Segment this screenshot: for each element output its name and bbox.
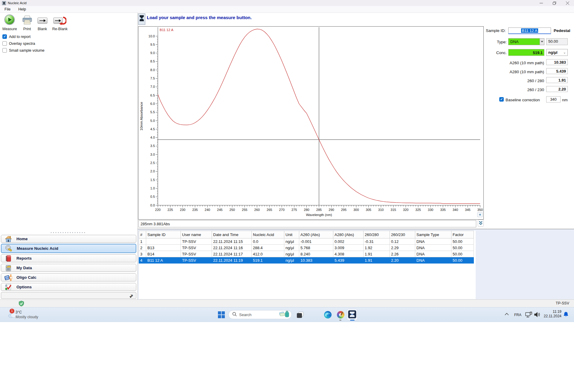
left-panel: Measure Print Blank Re-Blank bbox=[0, 13, 138, 299]
weather-widget[interactable]: 1 3°C Mostly cloudy bbox=[4, 308, 48, 322]
search-highlight-icon bbox=[279, 310, 290, 319]
table-cell: 22.11.2024 11:16 bbox=[212, 245, 252, 251]
results-panel: Sample ID: B11 12 A Pedestal Type: DNA 5… bbox=[484, 26, 574, 125]
sidebar-item-reports[interactable]: Reports bbox=[1, 254, 136, 262]
svg-text:320: 320 bbox=[403, 208, 408, 212]
search-icon bbox=[232, 312, 237, 318]
search-box[interactable]: Search bbox=[228, 310, 292, 319]
table-cell: 3.009 bbox=[333, 245, 364, 251]
column-header[interactable]: Sample Type bbox=[415, 231, 451, 238]
tray-chevron-up-icon[interactable] bbox=[505, 313, 509, 316]
table-expand-button[interactable] bbox=[478, 220, 484, 227]
notification-bell-icon[interactable] bbox=[563, 312, 569, 318]
baseline-wavelength-field[interactable]: 340 bbox=[546, 96, 561, 102]
spectrum-svg[interactable]: 2202252302352402452502552602652702752802… bbox=[138, 27, 483, 219]
spectrum-chart-box: 2202252302352402452502552602652702752802… bbox=[138, 26, 484, 220]
blank-button[interactable]: Blank bbox=[37, 16, 48, 31]
column-header[interactable]: # bbox=[139, 231, 146, 238]
svg-text:7.0: 7.0 bbox=[150, 85, 155, 88]
close-button[interactable] bbox=[561, 0, 574, 6]
task-view-icon[interactable] bbox=[297, 312, 304, 318]
overlay-spectra-checkbox[interactable] bbox=[2, 41, 7, 46]
table-cell: DNA bbox=[415, 238, 451, 245]
menu-file[interactable]: File bbox=[4, 7, 10, 11]
table-client: #Sample IDUser nameDate and TimeNucleic … bbox=[139, 231, 476, 299]
table-cell: TP-SSV bbox=[181, 251, 212, 257]
start-button[interactable] bbox=[218, 311, 225, 318]
svg-text:6.5: 6.5 bbox=[150, 94, 155, 97]
type-value: DNA bbox=[509, 39, 518, 44]
table-cell: B13 bbox=[146, 245, 181, 251]
table-cell: 4 bbox=[139, 257, 146, 264]
sidebar-item-measure-nucleic-acid[interactable]: Measure Nucleic Acid bbox=[1, 244, 136, 253]
small-sample-volume-label: Small sample volume bbox=[9, 48, 45, 53]
column-header[interactable]: 260/230 bbox=[390, 231, 415, 238]
column-header[interactable]: 260/280 bbox=[364, 231, 390, 238]
sidebar-item-home[interactable]: Home bbox=[1, 235, 136, 243]
app-window-icon bbox=[2, 1, 6, 5]
column-header[interactable]: User name bbox=[181, 231, 212, 238]
conc-unit-dropdown[interactable]: ng/µl ⌄ bbox=[546, 49, 568, 56]
series-label: B11 12 A bbox=[160, 28, 173, 32]
column-header[interactable]: Sample ID bbox=[146, 231, 181, 238]
factor-field[interactable]: 50.00 bbox=[546, 38, 568, 45]
svg-text:3.5: 3.5 bbox=[150, 144, 155, 148]
small-sample-volume-checkbox[interactable] bbox=[2, 48, 7, 53]
column-header[interactable]: A260 (Abs) bbox=[299, 231, 333, 238]
table-cell: 1.91 bbox=[364, 251, 390, 257]
table-row[interactable]: 3B14TP-SSV22.11.2024 11:17412.0ng/µl8.24… bbox=[139, 251, 474, 257]
column-header[interactable]: Factor bbox=[451, 231, 474, 238]
sidebar-item-my-data[interactable]: My Data bbox=[1, 264, 136, 272]
measure-button[interactable]: Measure bbox=[2, 14, 17, 31]
edge-browser-icon[interactable] bbox=[324, 311, 332, 319]
table-row[interactable]: 4B11 12 ATP-SSV22.11.2024 11:19519.1ng/µ… bbox=[139, 257, 474, 264]
baseline-correction-checkbox[interactable]: ✓ bbox=[499, 97, 504, 102]
table-cell: B11 12 A bbox=[146, 257, 181, 264]
table-row[interactable]: 1TP-SSV22.11.2024 11:150.0ng/µl-0.0010.0… bbox=[139, 238, 474, 245]
a260-label: A260 (10 mm path) bbox=[502, 61, 544, 65]
svg-text:8.0: 8.0 bbox=[150, 68, 155, 72]
overlay-spectra-row[interactable]: Overlay spectra bbox=[2, 40, 45, 47]
measurement-table: #Sample IDUser nameDate and TimeNucleic … bbox=[139, 231, 474, 264]
sidebar-item-options[interactable]: Options bbox=[1, 283, 136, 291]
conc-unit-value: ng/µl bbox=[546, 50, 558, 55]
small-sample-volume-row[interactable]: Small sample volume bbox=[2, 47, 45, 54]
chart-collapse-button[interactable]: « bbox=[477, 212, 483, 217]
column-header[interactable]: Unit bbox=[284, 231, 299, 238]
sample-id-input[interactable]: B11 12 A bbox=[508, 27, 551, 34]
table-row[interactable]: 2B13TP-SSV22.11.2024 11:16288.4ng/µl5.76… bbox=[139, 245, 474, 251]
network-icon[interactable] bbox=[525, 312, 533, 318]
minimize-button[interactable] bbox=[535, 0, 548, 6]
shield-check-icon bbox=[19, 301, 24, 308]
add-to-report-row[interactable]: ✓ Add to report bbox=[2, 33, 45, 40]
sidebar-collapse-button[interactable]: » bbox=[1, 292, 136, 299]
svg-text:325: 325 bbox=[416, 208, 421, 212]
menu-help[interactable]: Help bbox=[18, 7, 26, 11]
window-title: Nucleic Acid bbox=[8, 1, 27, 5]
sidebar-item-label: Reports bbox=[16, 256, 32, 261]
sidebar-item-oligo-calc[interactable]: Oligo Calc bbox=[1, 273, 136, 281]
nucleic-acid-app-icon[interactable] bbox=[348, 310, 356, 318]
column-header[interactable]: Nucleic Acid bbox=[252, 231, 284, 238]
column-header[interactable]: A280 (Abs) bbox=[333, 231, 364, 238]
column-header[interactable]: Date and Time bbox=[212, 231, 252, 238]
svg-text:235: 235 bbox=[192, 208, 198, 212]
ratio-260-280-value: 1.91 bbox=[546, 77, 568, 83]
print-button[interactable]: Print bbox=[22, 15, 33, 31]
conc-value: 519.1 bbox=[508, 49, 544, 56]
desktop-screen: Nucleic Acid File Help Measure Print bbox=[0, 0, 574, 392]
type-dropdown[interactable]: DNA bbox=[508, 38, 544, 45]
restore-button[interactable] bbox=[548, 0, 561, 6]
language-indicator[interactable]: FRA bbox=[514, 313, 521, 317]
taskbar-clock[interactable]: 11:19 22.11.2024 bbox=[538, 310, 561, 318]
svg-text:340: 340 bbox=[453, 208, 458, 212]
spectrum-plot[interactable]: 2202252302352402452502552602652702752802… bbox=[138, 27, 483, 220]
svg-text:3.0: 3.0 bbox=[150, 153, 155, 156]
sidebar-splitter-grip[interactable] bbox=[51, 232, 87, 233]
add-to-report-checkbox[interactable]: ✓ bbox=[2, 34, 7, 39]
baseline-correction-label: Baseline correction bbox=[506, 98, 544, 102]
paint-app-icon[interactable] bbox=[337, 311, 344, 318]
reblank-button[interactable]: Re-Blank bbox=[52, 16, 68, 31]
table-cell: B14 bbox=[146, 251, 181, 257]
add-to-report-label: Add to report bbox=[9, 35, 30, 39]
